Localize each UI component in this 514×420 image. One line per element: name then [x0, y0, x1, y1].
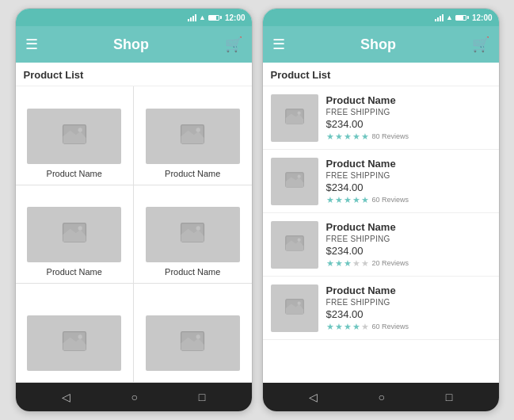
svg-point-39 — [297, 301, 300, 304]
hamburger-icon[interactable]: ☰ — [25, 36, 38, 53]
image-placeholder-icon-5 — [60, 329, 89, 357]
home-button-left[interactable]: ○ — [131, 391, 138, 403]
home-button-right[interactable]: ○ — [379, 391, 385, 403]
star-4-1: ★ — [326, 322, 334, 332]
star-3-3: ★ — [344, 258, 352, 269]
grid-cell-2[interactable]: Product Name — [134, 86, 252, 185]
grid-row-1: Product Name Product Name — [16, 86, 252, 185]
star-3-5: ★ — [361, 258, 369, 269]
back-button-right[interactable]: ◁ — [309, 391, 318, 403]
image-placeholder-icon-3 — [60, 220, 89, 249]
list-image-icon-3 — [284, 234, 306, 256]
list-item-1[interactable]: Product Name FREE SHIPPING $234.00 ★ ★ ★… — [263, 86, 499, 150]
product-image-4 — [146, 207, 240, 262]
list-item-4[interactable]: Product Name FREE SHIPPING $234.00 ★ ★ ★… — [263, 277, 499, 340]
bottom-nav-right: ◁ ○ □ — [263, 383, 499, 411]
star-2-3: ★ — [344, 195, 352, 205]
list-stars-1: ★ ★ ★ ★ ★ 80 Reviews — [326, 132, 409, 142]
status-time-right: 12:00 — [472, 13, 493, 22]
wifi-icon: ▲ — [199, 13, 206, 21]
list-shipping-3: FREE SHIPPING — [326, 235, 409, 243]
recent-button-left[interactable]: □ — [199, 391, 205, 403]
grid-product-name-2: Product Name — [165, 169, 220, 178]
list-product-name-1: Product Name — [326, 94, 409, 106]
grid-cell-3[interactable]: Product Name — [16, 185, 135, 284]
grid-product-name-1: Product Name — [47, 169, 102, 178]
battery-icon-right — [455, 15, 466, 21]
signal-icon — [188, 14, 196, 21]
status-icons-left: ▲ 12:00 — [188, 13, 246, 22]
list-item-2[interactable]: Product Name FREE SHIPPING $234.00 ★ ★ ★… — [263, 150, 499, 213]
list-shipping-1: FREE SHIPPING — [326, 108, 409, 116]
grid-row-2: Product Name Product Name — [16, 185, 252, 284]
grid-cell-4[interactable]: Product Name — [134, 185, 252, 284]
image-placeholder-icon-6 — [178, 329, 207, 357]
star-1-1: ★ — [326, 132, 334, 142]
star-1-2: ★ — [335, 132, 343, 142]
svg-point-31 — [297, 174, 300, 178]
hamburger-icon-right[interactable]: ☰ — [272, 36, 285, 53]
star-4-3: ★ — [344, 322, 352, 332]
star-3-4: ★ — [352, 258, 360, 269]
wifi-icon-right: ▲ — [446, 13, 453, 21]
app-bar-right: ☰ Shop 🛒 — [263, 26, 499, 63]
star-4-4: ★ — [352, 322, 360, 332]
star-2-1: ★ — [326, 195, 334, 205]
list-price-3: $234.00 — [326, 245, 409, 257]
grid-product-name-3: Product Name — [47, 267, 102, 277]
cart-icon-left[interactable]: 🛒 — [225, 36, 242, 53]
list-item-info-1: Product Name FREE SHIPPING $234.00 ★ ★ ★… — [326, 94, 409, 142]
list-product-name-2: Product Name — [326, 158, 409, 170]
battery-icon — [208, 15, 219, 21]
grid-row-3 — [16, 284, 252, 383]
grid-product-name-4: Product Name — [165, 267, 220, 277]
app-bar-left: ☰ Shop 🛒 — [16, 26, 252, 63]
svg-point-19 — [78, 334, 82, 338]
svg-point-7 — [196, 128, 200, 132]
left-phone: ▲ 12:00 ☰ Shop 🛒 Product List — [15, 8, 253, 412]
list-item-3[interactable]: Product Name FREE SHIPPING $234.00 ★ ★ ★… — [263, 213, 499, 277]
svg-point-35 — [297, 238, 300, 241]
svg-point-11 — [78, 227, 82, 231]
list-stars-2: ★ ★ ★ ★ ★ 60 Reviews — [326, 195, 409, 205]
right-phone: ▲ 12:00 ☰ Shop 🛒 Product List Prod — [262, 8, 500, 412]
signal-icon-right — [435, 14, 444, 21]
list-stars-4: ★ ★ ★ ★ ★ 60 Reviews — [326, 322, 409, 332]
app-title-left: Shop — [113, 36, 149, 53]
section-title-right: Product List — [263, 63, 499, 86]
list-product-image-1 — [271, 94, 318, 142]
star-1-4: ★ — [352, 132, 360, 142]
product-grid: Product Name Product Name — [16, 86, 252, 383]
list-product-image-3 — [271, 221, 318, 269]
cart-icon-right[interactable]: 🛒 — [472, 36, 489, 53]
list-item-info-4: Product Name FREE SHIPPING $234.00 ★ ★ ★… — [326, 284, 409, 332]
star-3-1: ★ — [326, 258, 334, 269]
grid-cell-1[interactable]: Product Name — [16, 86, 135, 185]
list-reviews-1: 80 Reviews — [372, 132, 409, 140]
status-bar-right: ▲ 12:00 — [263, 9, 499, 26]
product-list-view: Product Name FREE SHIPPING $234.00 ★ ★ ★… — [263, 86, 499, 383]
section-title-left: Product List — [16, 63, 252, 86]
list-product-name-3: Product Name — [326, 221, 409, 233]
list-shipping-2: FREE SHIPPING — [326, 171, 409, 180]
grid-cell-5[interactable] — [16, 284, 135, 382]
star-4-5: ★ — [361, 322, 369, 332]
product-image-1 — [27, 109, 121, 164]
back-button-left[interactable]: ◁ — [62, 391, 70, 403]
image-placeholder-icon-1 — [60, 122, 89, 151]
recent-button-right[interactable]: □ — [446, 391, 452, 403]
star-2-5: ★ — [361, 195, 369, 205]
list-reviews-4: 60 Reviews — [372, 323, 409, 330]
list-item-info-3: Product Name FREE SHIPPING $234.00 ★ ★ ★… — [326, 221, 409, 269]
star-1-5: ★ — [361, 132, 369, 142]
list-price-4: $234.00 — [326, 308, 409, 320]
list-product-image-2 — [271, 158, 318, 205]
product-image-2 — [146, 109, 240, 164]
list-price-2: $234.00 — [326, 181, 409, 193]
list-item-info-2: Product Name FREE SHIPPING $234.00 ★ ★ ★… — [326, 158, 409, 205]
status-bar-left: ▲ 12:00 — [16, 9, 252, 26]
list-image-icon-1 — [284, 107, 306, 129]
grid-cell-6[interactable] — [134, 284, 252, 382]
list-reviews-3: 20 Reviews — [372, 259, 409, 267]
list-stars-3: ★ ★ ★ ★ ★ 20 Reviews — [326, 258, 409, 269]
